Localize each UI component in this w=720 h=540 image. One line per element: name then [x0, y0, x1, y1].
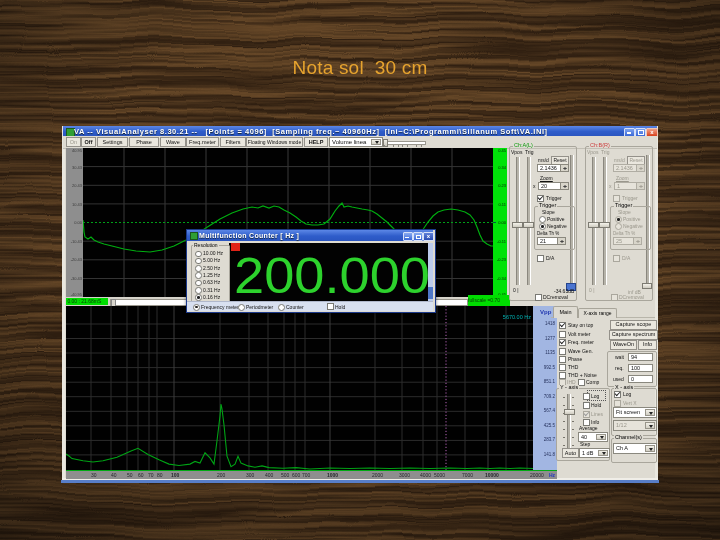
svg-text:200.000: 200.000	[234, 248, 430, 299]
svg-text:5670.00 Hz: 5670.00 Hz	[503, 314, 531, 320]
